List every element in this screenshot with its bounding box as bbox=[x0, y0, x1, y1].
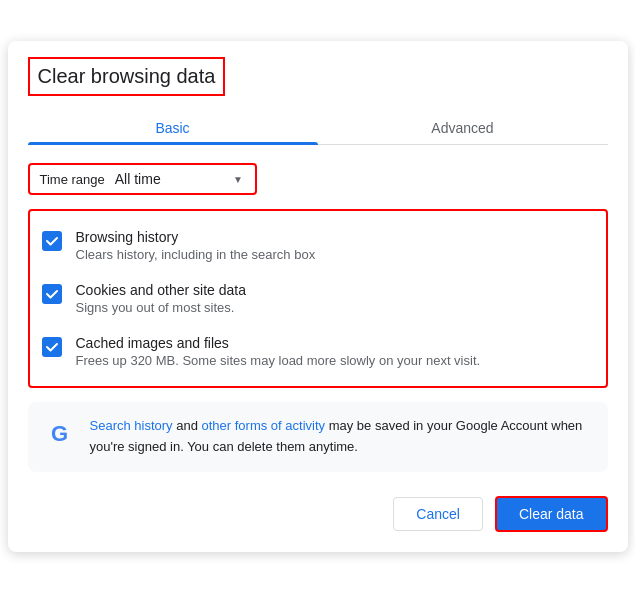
cached-checkbox[interactable] bbox=[42, 337, 62, 357]
checkbox-item-cached: Cached images and files Frees up 320 MB.… bbox=[42, 325, 594, 378]
time-range-select[interactable]: Last hour Last 24 hours Last 7 days Last… bbox=[115, 171, 245, 187]
info-text-mid: and bbox=[173, 418, 202, 433]
clear-data-button[interactable]: Clear data bbox=[495, 496, 608, 532]
tab-basic[interactable]: Basic bbox=[28, 110, 318, 144]
other-forms-link[interactable]: other forms of activity bbox=[202, 418, 326, 433]
tab-advanced[interactable]: Advanced bbox=[318, 110, 608, 144]
cancel-button[interactable]: Cancel bbox=[393, 497, 483, 531]
cached-desc: Frees up 320 MB. Some sites may load mor… bbox=[76, 353, 481, 368]
dialog-footer: Cancel Clear data bbox=[28, 496, 608, 532]
info-text: Search history and other forms of activi… bbox=[90, 416, 592, 458]
browsing-history-label: Browsing history bbox=[76, 229, 316, 245]
dialog-title: Clear browsing data bbox=[28, 57, 226, 96]
checkbox-item-cookies: Cookies and other site data Signs you ou… bbox=[42, 272, 594, 325]
clear-browsing-data-dialog: Clear browsing data Basic Advanced Time … bbox=[8, 41, 628, 552]
time-range-select-wrapper: Last hour Last 24 hours Last 7 days Last… bbox=[115, 171, 245, 187]
info-box: G Search history and other forms of acti… bbox=[28, 402, 608, 472]
time-range-label: Time range bbox=[40, 172, 105, 187]
checkbox-item-browsing-history: Browsing history Clears history, includi… bbox=[42, 219, 594, 272]
cookies-checkbox[interactable] bbox=[42, 284, 62, 304]
cached-label: Cached images and files bbox=[76, 335, 481, 351]
cookies-desc: Signs you out of most sites. bbox=[76, 300, 246, 315]
browsing-history-checkbox[interactable] bbox=[42, 231, 62, 251]
google-g-icon: G bbox=[44, 418, 76, 450]
time-range-box: Time range Last hour Last 24 hours Last … bbox=[28, 163, 257, 195]
browsing-history-desc: Clears history, including in the search … bbox=[76, 247, 316, 262]
tabs-container: Basic Advanced bbox=[28, 110, 608, 145]
checkboxes-container: Browsing history Clears history, includi… bbox=[28, 209, 608, 388]
cookies-label: Cookies and other site data bbox=[76, 282, 246, 298]
search-history-link[interactable]: Search history bbox=[90, 418, 173, 433]
